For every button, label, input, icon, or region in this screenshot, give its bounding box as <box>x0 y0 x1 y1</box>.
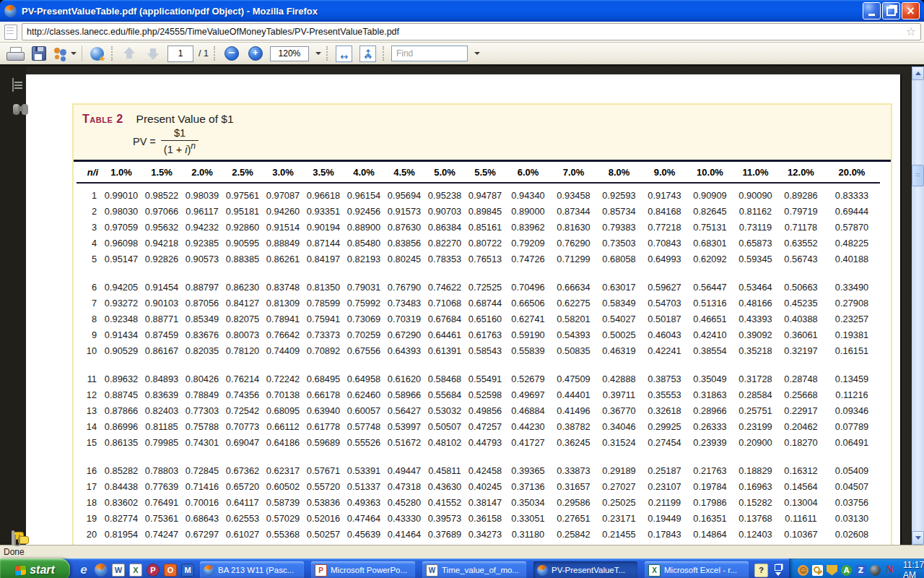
find-input[interactable] <box>395 48 464 59</box>
z-app-tray-icon[interactable]: Z <box>855 565 866 576</box>
find-options-caret-icon[interactable] <box>474 52 480 55</box>
pv-cell: 0.06491 <box>824 434 880 450</box>
firefox-icon[interactable] <box>95 564 108 577</box>
pv-cell: 0.47464 <box>344 510 384 526</box>
pv-cell: 0.09346 <box>824 402 880 418</box>
pv-cell: 0.14564 <box>778 478 824 494</box>
bookmark-star-icon[interactable]: ☆ <box>906 26 916 38</box>
shield-tray-icon[interactable] <box>827 565 837 576</box>
outlook-icon[interactable]: O <box>164 564 177 577</box>
table-label: Table 2 <box>82 113 123 126</box>
collaborate-button[interactable] <box>53 44 77 63</box>
internet-explorer-icon[interactable]: e <box>77 564 90 577</box>
pv-cell: 0.84438 <box>101 478 141 494</box>
pv-cell: 0.90194 <box>303 219 344 235</box>
taskbar-clock[interactable]: 11:17 AM <box>903 560 924 578</box>
save-button[interactable] <box>30 44 48 63</box>
corner-header: n/i <box>77 162 101 183</box>
fit-page-button[interactable]: ↔↕ <box>359 44 378 63</box>
pv-cell: 0.96098 <box>101 235 141 251</box>
pv-cell: 0.52598 <box>465 387 505 402</box>
rate-header: 3.0% <box>263 162 303 183</box>
pv-cell: 0.34273 <box>465 526 505 542</box>
word-icon[interactable]: W <box>112 564 125 577</box>
pv-cell: 0.36245 <box>551 434 596 450</box>
find-field-frame[interactable] <box>391 46 468 61</box>
pv-cell: 0.92826 <box>141 251 182 267</box>
page-number-input[interactable] <box>167 46 193 62</box>
zoom-out-button[interactable]: − <box>222 44 241 63</box>
row-group-gap <box>77 358 880 371</box>
next-page-button[interactable] <box>144 44 162 63</box>
print-button[interactable] <box>6 44 25 63</box>
norton-tray-icon[interactable]: N <box>884 565 895 576</box>
antivirus-tray-icon[interactable]: A <box>841 565 852 576</box>
pv-cell: 0.97087 <box>263 183 303 203</box>
pv-cell: 0.79719 <box>778 203 824 219</box>
messenger-icon[interactable]: M <box>181 564 194 577</box>
pv-cell: 0.65160 <box>465 311 505 327</box>
key-security-tray-icon[interactable] <box>812 565 823 576</box>
pv-cell: 0.74726 <box>505 251 551 267</box>
pv-cell: 0.60502 <box>263 478 303 494</box>
zoom-level-select[interactable]: 120% <box>270 46 309 61</box>
pv-cell: 0.50663 <box>778 279 824 295</box>
previous-page-button[interactable] <box>120 44 139 63</box>
excel-icon[interactable]: X <box>129 564 142 577</box>
people-icon <box>53 47 69 60</box>
taskbar-task-button[interactable]: BA 213 W11 (Pasc... <box>200 561 304 578</box>
pdf-viewer: Table 2 Present Value of $1 PV = $1 (1 +… <box>0 66 924 545</box>
pv-cell: 0.58966 <box>384 387 424 402</box>
pv-cell: 0.61027 <box>222 526 263 542</box>
pv-cell: 0.84197 <box>303 251 344 267</box>
pv-cell: 0.64461 <box>424 327 465 342</box>
pv-cell: 0.88385 <box>222 251 263 267</box>
pv-cell: 0.96154 <box>344 183 384 203</box>
pages-panel-button[interactable] <box>12 79 14 92</box>
url-field-frame[interactable]: ☆ <box>22 23 921 40</box>
start-button[interactable]: start <box>0 558 70 578</box>
taskbar-task-button[interactable]: WTime_value_of_mo... <box>422 561 526 578</box>
pv-cell: 0.02608 <box>824 526 880 542</box>
pv-cell: 0.25668 <box>778 387 824 402</box>
title-bar[interactable]: PV-PresentValueTable.pdf (application/pd… <box>0 0 924 22</box>
zoom-dropdown-caret-icon[interactable] <box>315 52 321 55</box>
restore-button[interactable] <box>882 2 900 20</box>
document-canvas[interactable]: Table 2 Present Value of $1 PV = $1 (1 +… <box>26 66 912 545</box>
fit-page-icon: ↔↕ <box>359 46 376 62</box>
pv-cell: 0.40188 <box>824 251 880 267</box>
taskbar-task-button[interactable]: PMicrosoft PowerPo... <box>311 561 415 578</box>
scroll-down-button[interactable] <box>912 531 924 545</box>
hidden-icons-chevron[interactable] <box>773 564 783 577</box>
pv-cell: 0.49447 <box>384 462 424 478</box>
zoom-in-button[interactable]: + <box>246 44 265 63</box>
attachments-panel-button[interactable] <box>12 532 14 545</box>
powerpoint-icon[interactable]: P <box>147 564 160 577</box>
scroll-up-button[interactable] <box>912 66 924 80</box>
window-title: PV-PresentValueTable.pdf (application/pd… <box>22 6 863 17</box>
pv-cell: 0.74622 <box>424 279 465 295</box>
taskbar-task-button[interactable]: XMicrosoft Excel - r... <box>645 561 749 578</box>
messenger-tray-icon[interactable]: ☺ <box>798 565 808 576</box>
pv-cell: 0.62275 <box>551 295 596 311</box>
pv-cell: 0.70016 <box>182 494 222 510</box>
scrollbar-thumb[interactable] <box>912 165 924 186</box>
close-button[interactable]: × <box>902 2 920 20</box>
pv-cell: 0.20462 <box>778 418 824 434</box>
pv-cell: 0.65720 <box>222 478 263 494</box>
fit-width-button[interactable]: ↔ <box>335 44 354 63</box>
scrollbar-track[interactable] <box>912 80 924 531</box>
pv-cell: 0.83602 <box>101 494 141 510</box>
pv-cell: 0.37689 <box>424 526 465 542</box>
minimize-button[interactable] <box>863 2 881 20</box>
pv-cell: 0.52016 <box>303 510 344 526</box>
url-input[interactable] <box>25 26 906 38</box>
pv-cell: 0.61620 <box>384 371 424 387</box>
web-tools-button[interactable] <box>87 44 106 63</box>
pv-cell: 0.83676 <box>182 327 222 342</box>
vertical-scrollbar[interactable] <box>912 66 924 545</box>
taskbar-task-button[interactable]: PV-PresentValueT... <box>533 561 637 578</box>
task-button-strip: BA 213 W11 (Pasc...PMicrosoft PowerPo...… <box>200 558 749 578</box>
language-bar-icon[interactable]: ? <box>754 564 768 577</box>
globe-tray-icon[interactable] <box>870 565 881 576</box>
